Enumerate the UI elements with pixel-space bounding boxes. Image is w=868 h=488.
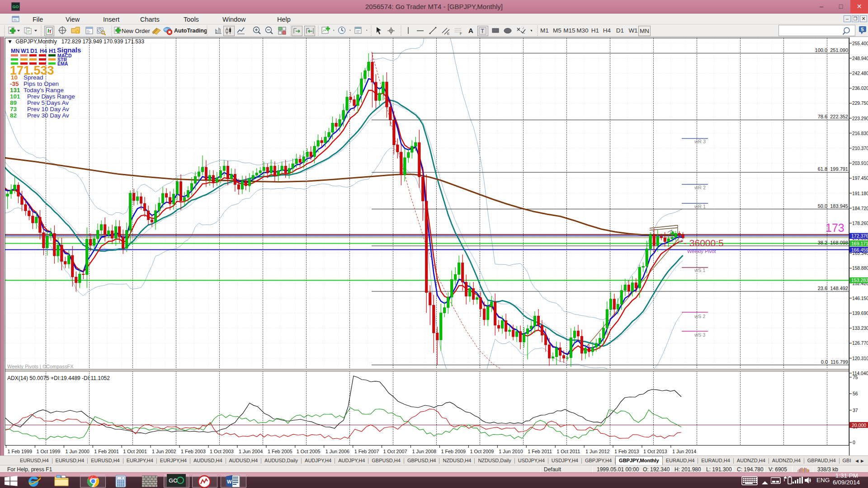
svg-text:wR 2: wR 2 xyxy=(694,185,706,190)
svg-text:wS 1: wS 1 xyxy=(694,267,705,273)
svg-text:197.450: 197.450 xyxy=(852,176,868,181)
svg-text:153.283: 153.283 xyxy=(851,277,868,283)
svg-text:1 Oct 1999: 1 Oct 1999 xyxy=(36,449,60,454)
svg-text:75: 75 xyxy=(853,375,858,380)
svg-text:100.0 251.090: 100.0 251.090 xyxy=(815,47,848,53)
svg-text:37: 37 xyxy=(853,408,858,413)
svg-text:1 Jun 2002: 1 Jun 2002 xyxy=(152,449,176,454)
svg-text:56: 56 xyxy=(853,391,858,396)
svg-text:1 Oct 2013: 1 Oct 2013 xyxy=(643,449,667,454)
svg-text:1 Oct 2011: 1 Oct 2011 xyxy=(557,449,580,454)
svg-text:1 Feb 1999: 1 Feb 1999 xyxy=(8,449,33,454)
svg-text:- 36000:5: - 36000:5 xyxy=(684,238,724,248)
svg-text:169.171: 169.171 xyxy=(851,241,868,246)
svg-text:Weekly Pivot: Weekly Pivot xyxy=(687,249,716,254)
svg-text:5: 5 xyxy=(861,27,864,32)
svg-text:1 Oct 2007: 1 Oct 2007 xyxy=(383,449,407,454)
svg-text:1 Jun 2010: 1 Jun 2010 xyxy=(499,449,523,454)
svg-text:61.8 199.791: 61.8 199.791 xyxy=(818,166,848,172)
svg-text:1 Oct 2009: 1 Oct 2009 xyxy=(470,449,494,454)
svg-text:F: F xyxy=(460,32,462,36)
svg-text:173: 173 xyxy=(826,221,844,234)
svg-text:216.830: 216.830 xyxy=(852,131,868,136)
svg-text:1 Jun 2012: 1 Jun 2012 xyxy=(585,449,609,454)
svg-text:1 Feb 2011: 1 Feb 2011 xyxy=(528,449,552,454)
svg-text:GO: GO xyxy=(169,477,178,484)
svg-text:wR 1: wR 1 xyxy=(694,204,706,209)
svg-text:172.376: 172.376 xyxy=(851,233,868,239)
svg-text:ADX(14) 50.0075 +DI:19.4489 -D: ADX(14) 50.0075 +DI:19.4489 -DI:11.1052 xyxy=(7,375,110,381)
svg-text:1 Feb 2003: 1 Feb 2003 xyxy=(181,449,206,454)
svg-text:8: 8 xyxy=(121,477,123,479)
svg-text:50.0 183.945: 50.0 183.945 xyxy=(818,203,848,209)
svg-text:184.720: 184.720 xyxy=(852,206,868,211)
svg-text:0.0 116.799: 0.0 116.799 xyxy=(821,359,848,365)
svg-text:1 Jun 2006: 1 Jun 2006 xyxy=(326,449,349,454)
svg-text:1 Oct 2001: 1 Oct 2001 xyxy=(123,449,147,454)
svg-text:1 Feb 2001: 1 Feb 2001 xyxy=(94,449,119,454)
svg-text:1 Jun 2008: 1 Jun 2008 xyxy=(412,449,436,454)
svg-text:1 Feb 2009: 1 Feb 2009 xyxy=(441,449,466,454)
svg-text:158.880: 158.880 xyxy=(852,266,868,271)
svg-text:wR 3: wR 3 xyxy=(694,139,706,144)
svg-text:wS 2: wS 2 xyxy=(694,314,705,319)
svg-text:139.690: 139.690 xyxy=(852,311,868,316)
svg-text:78.6 222.352: 78.6 222.352 xyxy=(818,114,848,119)
svg-text:203.910: 203.910 xyxy=(852,161,868,166)
svg-text:223.290: 223.290 xyxy=(852,116,868,121)
svg-text:120.310: 120.310 xyxy=(852,356,868,361)
svg-text:W: W xyxy=(227,479,232,484)
svg-text:146.150: 146.150 xyxy=(852,296,868,301)
svg-text:229.750: 229.750 xyxy=(852,101,868,106)
svg-text:166.459: 166.459 xyxy=(851,247,868,253)
svg-text:20.000: 20.000 xyxy=(852,422,866,428)
svg-text:E: E xyxy=(447,32,449,36)
svg-text:178.260: 178.260 xyxy=(852,221,868,226)
svg-text:242.480: 242.480 xyxy=(852,71,868,76)
svg-text:1 Jun 2004: 1 Jun 2004 xyxy=(239,449,263,454)
svg-text:210.370: 210.370 xyxy=(852,146,868,151)
svg-text:248.940: 248.940 xyxy=(852,56,868,61)
svg-text:A: A xyxy=(468,27,473,34)
svg-text:23.6 148.492: 23.6 148.492 xyxy=(818,286,848,291)
svg-text:255.400: 255.400 xyxy=(852,41,868,46)
svg-text:1 Oct 2005: 1 Oct 2005 xyxy=(297,449,321,454)
svg-text:wS 3: wS 3 xyxy=(694,332,705,338)
svg-text:133.230: 133.230 xyxy=(852,326,868,331)
svg-text:Weekly Pivots | ©CompassFX: Weekly Pivots | ©CompassFX xyxy=(7,364,74,369)
svg-text:1 Feb 2013: 1 Feb 2013 xyxy=(614,449,639,454)
svg-text:0: 0 xyxy=(853,440,855,445)
svg-text:191.180: 191.180 xyxy=(852,191,868,196)
svg-text:1 Oct 2003: 1 Oct 2003 xyxy=(210,449,234,454)
svg-text:T: T xyxy=(481,28,485,34)
svg-text:38.2 168.098: 38.2 168.098 xyxy=(818,240,848,245)
svg-text:236.020: 236.020 xyxy=(852,86,868,91)
svg-text:126.770: 126.770 xyxy=(852,341,868,346)
svg-text:1 Jun 2014: 1 Jun 2014 xyxy=(672,449,696,454)
svg-text:1 Feb 2005: 1 Feb 2005 xyxy=(268,449,292,454)
svg-text:1 Feb 2007: 1 Feb 2007 xyxy=(354,449,379,454)
svg-text:1 Jun 2000: 1 Jun 2000 xyxy=(65,449,89,454)
